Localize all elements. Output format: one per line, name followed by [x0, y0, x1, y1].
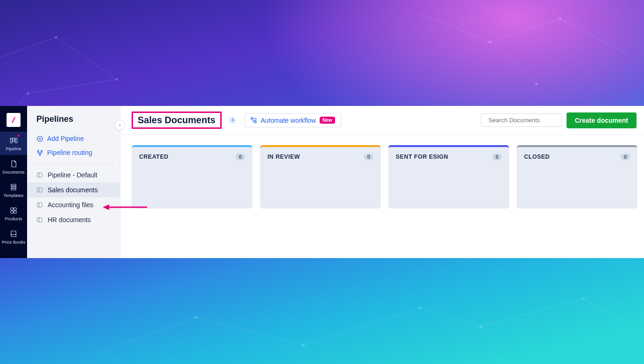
svg-point-22 — [419, 307, 421, 309]
pipeline-item-hr-documents[interactable]: HR documents — [27, 212, 120, 227]
svg-point-20 — [195, 316, 197, 319]
pipeline-item-label: HR documents — [48, 216, 91, 224]
svg-line-19 — [583, 299, 644, 336]
svg-rect-40 — [37, 188, 42, 192]
plus-circle-icon — [36, 135, 43, 142]
svg-rect-34 — [14, 211, 16, 213]
chevron-left-icon — [118, 123, 122, 127]
svg-line-10 — [490, 42, 537, 84]
column-count: 0 — [492, 154, 502, 160]
svg-point-13 — [535, 83, 538, 85]
svg-rect-28 — [11, 184, 16, 186]
nav-item-products[interactable]: Products — [0, 202, 27, 225]
workflow-icon — [250, 117, 257, 124]
svg-rect-33 — [11, 211, 13, 213]
column-count: 0 — [621, 154, 630, 160]
svg-rect-31 — [11, 208, 13, 210]
svg-rect-32 — [14, 208, 16, 210]
svg-line-16 — [303, 308, 420, 345]
nav-item-documents[interactable]: Documents — [0, 155, 27, 178]
svg-point-36 — [37, 150, 39, 152]
svg-point-6 — [27, 92, 29, 95]
add-pipeline-button[interactable]: Add Pipeline — [27, 132, 120, 146]
document-icon — [9, 160, 18, 168]
gear-icon — [229, 117, 236, 124]
column-title: CREATED — [139, 154, 168, 160]
automate-workflow-label: Automate workflow — [261, 117, 316, 124]
column-title: CLOSED — [524, 154, 550, 160]
pipeline-settings-button[interactable] — [226, 114, 239, 127]
pipeline-routing-button[interactable]: Pipeline routing — [27, 146, 120, 160]
pipelines-panel: Pipelines Add Pipeline Pipeline routing … — [27, 106, 120, 258]
add-pipeline-label: Add Pipeline — [47, 135, 84, 142]
kanban-board: CREATED 0 IN REVIEW 0 SENT FOR ESIGN 0 C… — [120, 135, 644, 258]
stack-icon — [9, 183, 18, 191]
svg-point-5 — [115, 78, 118, 81]
board-icon — [36, 187, 43, 193]
toolbar: Sales Documents Automate workflow New Cr… — [120, 106, 644, 135]
svg-rect-30 — [11, 189, 16, 190]
nav-item-templates[interactable]: Templates — [0, 178, 27, 202]
collapse-panel-button[interactable] — [115, 120, 125, 130]
book-icon — [9, 230, 18, 238]
svg-rect-45 — [254, 121, 256, 123]
svg-line-18 — [481, 299, 583, 327]
page-title: Sales Documents — [132, 112, 222, 129]
svg-line-9 — [560, 19, 630, 56]
pipeline-item-label: Sales documents — [48, 186, 98, 194]
column-title: SENT FOR ESIGN — [396, 154, 448, 160]
nav-item-price-books[interactable]: Price Books — [0, 225, 27, 248]
main-nav-rail: Pipeline Documents Templates Products Pr… — [0, 106, 27, 258]
column-count: 0 — [364, 154, 373, 160]
nav-item-pipeline[interactable]: Pipeline — [0, 132, 27, 155]
notification-dot-icon — [17, 134, 20, 137]
search-input[interactable] — [489, 117, 567, 124]
create-document-button[interactable]: Create document — [567, 112, 637, 128]
pipeline-routing-label: Pipeline routing — [47, 149, 92, 156]
svg-point-21 — [302, 344, 305, 347]
board-icon — [36, 202, 43, 208]
pipeline-list: Pipeline - Default Sales documents Accou… — [27, 168, 120, 227]
column-sent-for-esign[interactable]: SENT FOR ESIGN 0 — [388, 145, 509, 209]
svg-line-7 — [420, 14, 490, 42]
nav-label: Templates — [4, 193, 24, 198]
slash-icon — [10, 116, 17, 124]
nav-label: Documents — [2, 170, 24, 175]
svg-line-2 — [28, 79, 117, 93]
svg-point-23 — [479, 325, 482, 328]
nav-label: Price Books — [2, 240, 25, 245]
pipeline-item-sales-documents[interactable]: Sales documents — [27, 182, 120, 197]
search-input-wrapper[interactable] — [481, 113, 562, 127]
board-icon — [36, 217, 43, 223]
board-icon — [36, 172, 43, 178]
svg-point-24 — [582, 297, 585, 300]
column-title: IN REVIEW — [267, 154, 300, 160]
svg-rect-26 — [13, 138, 15, 142]
panel-title: Pipelines — [27, 114, 120, 132]
svg-point-12 — [559, 17, 561, 20]
column-created[interactable]: CREATED 0 — [132, 145, 252, 209]
routing-icon — [36, 149, 43, 156]
svg-point-37 — [41, 150, 42, 152]
automate-workflow-button[interactable]: Automate workflow New — [244, 113, 341, 127]
svg-line-15 — [196, 317, 303, 345]
column-count: 0 — [236, 154, 245, 160]
pipeline-item-default[interactable]: Pipeline - Default — [27, 168, 120, 182]
svg-line-1 — [56, 37, 117, 79]
svg-line-17 — [420, 308, 481, 327]
nav-label: Pipeline — [6, 147, 21, 151]
svg-point-11 — [489, 41, 491, 43]
column-in-review[interactable]: IN REVIEW 0 — [260, 145, 381, 209]
svg-rect-42 — [37, 217, 42, 222]
new-badge: New — [320, 117, 335, 124]
svg-point-43 — [232, 119, 234, 121]
pipeline-item-accounting-files[interactable]: Accounting files — [27, 197, 120, 212]
pipeline-item-label: Pipeline - Default — [48, 171, 98, 179]
pipeline-item-label: Accounting files — [48, 201, 93, 209]
app-logo[interactable] — [7, 113, 21, 127]
columns-icon — [9, 136, 18, 145]
svg-rect-29 — [11, 187, 16, 188]
svg-line-0 — [0, 37, 56, 61]
column-closed[interactable]: CLOSED 0 — [517, 145, 637, 209]
app-window: Pipeline Documents Templates Products Pr… — [0, 106, 644, 258]
